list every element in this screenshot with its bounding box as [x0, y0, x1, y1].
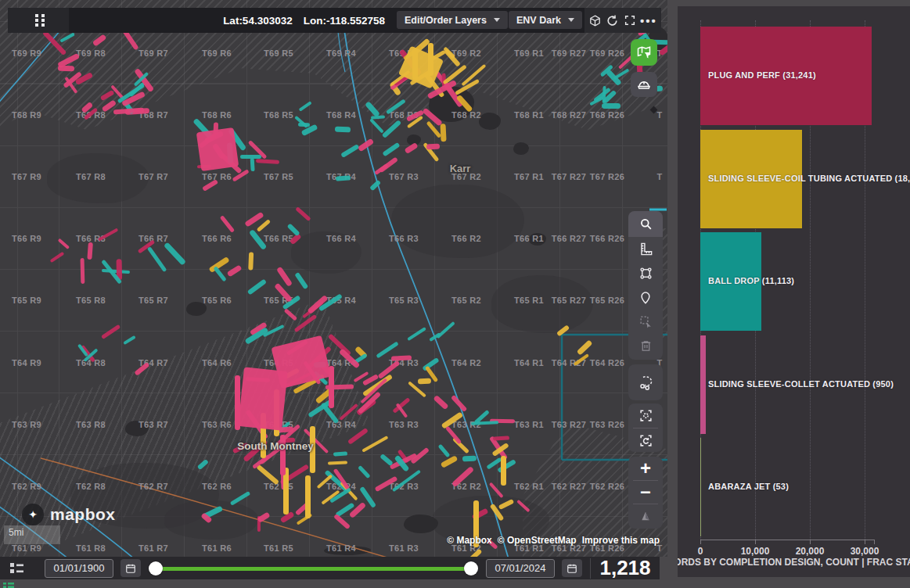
well-stick — [250, 158, 254, 171]
township-label: T66 R27 — [552, 234, 586, 243]
township-label: T61 R6 — [202, 543, 232, 553]
township-label: T68 R9 — [12, 110, 41, 120]
township-label: T65 R27 — [552, 296, 586, 305]
more-options-icon[interactable]: ••• — [640, 14, 657, 27]
township-label: T62 R9 — [12, 482, 41, 491]
township-label: T65 R6 — [202, 296, 232, 305]
map-extent-button-group — [628, 403, 663, 452]
township-label: T61 R9 — [12, 543, 41, 553]
township-label-partial: T — [656, 110, 662, 120]
compass-icon[interactable] — [628, 504, 663, 527]
township-label: T62 R5 — [264, 482, 293, 491]
basemap-dropdown[interactable]: ENV Dark — [509, 11, 582, 29]
zoom-out-button[interactable]: – — [628, 481, 663, 504]
well-stick — [58, 66, 74, 71]
attrib-mapbox-link[interactable]: © Mapbox — [447, 535, 492, 546]
fullscreen-icon[interactable] — [624, 14, 636, 27]
zoom-in-button[interactable]: + — [628, 457, 663, 480]
well-stick — [391, 355, 412, 360]
end-date-input[interactable] — [486, 559, 555, 578]
township-label: T66 R26 — [590, 234, 624, 243]
map-canvas[interactable]: T69 R9T69 R8T69 R7T69 R6T69 R5T69 R4T69 … — [0, 0, 667, 557]
cursor-coordinates: Lat:54.303032 Lon:-118.552758 — [223, 8, 385, 33]
mapbox-logo[interactable]: ✦ mapbox — [22, 504, 116, 525]
slider-handle-start[interactable] — [149, 561, 163, 575]
chart-bar-label: ABARAZA JET (53) — [708, 482, 789, 491]
township-label: T67 R26 — [590, 172, 624, 181]
x-axis-title-wrap: RECORDS BY COMPLETION DESIGN, COUNT | FR… — [678, 557, 910, 569]
legend-list-icon[interactable] — [9, 561, 24, 575]
x-axis-line — [700, 540, 874, 540]
township-label: T63 R26 — [590, 420, 624, 429]
legend-corner-icon[interactable] — [3, 583, 14, 588]
axis-tick-label: 0 — [698, 546, 703, 557]
township-label: T63 R9 — [12, 420, 41, 429]
attrib-osm-link[interactable]: © OpenStreetMap — [498, 535, 577, 546]
township-label: T67 R8 — [76, 172, 106, 181]
drop-pin-tool-button[interactable] — [628, 285, 663, 310]
township-label: T65 R7 — [138, 296, 168, 305]
attrib-improve-link[interactable]: Improve this map — [582, 535, 660, 546]
axis-tick-label: 20,000 — [796, 546, 825, 557]
chart-bar[interactable] — [700, 438, 701, 536]
lasso-select-button-group — [628, 364, 663, 400]
chart-bar[interactable] — [700, 335, 706, 434]
township-label: T63 R27 — [552, 420, 586, 429]
delete-tool-button[interactable] — [628, 334, 663, 358]
basemap-dropdown-label: ENV Dark — [516, 15, 561, 26]
township-label: T65 R3 — [389, 296, 419, 305]
start-date-input[interactable] — [45, 559, 113, 578]
measure-tool-button[interactable] — [628, 237, 663, 261]
chart-bar-label: SLIDING SLEEVE-COIL TUBING ACTUATED (18,… — [708, 174, 910, 183]
transform-select-tool-button[interactable] — [628, 310, 663, 334]
hard-hat-button[interactable] — [631, 72, 657, 97]
slider-handle-end[interactable] — [464, 561, 478, 575]
chevron-down-icon — [568, 18, 574, 22]
search-tool-button[interactable] — [628, 211, 663, 237]
draw-polygon-tool-button[interactable] — [628, 261, 663, 285]
map-filter-button-active[interactable] — [631, 39, 657, 66]
township-label: T62 R1 — [514, 482, 544, 491]
township-label: T66 R3 — [389, 234, 419, 243]
lasso-select-tool-button[interactable] — [628, 364, 663, 400]
township-label: T68 R5 — [264, 110, 293, 120]
township-label: T66 R4 — [326, 234, 356, 243]
well-pad-block — [196, 127, 239, 171]
place-label-south-montney: South Montney — [237, 440, 314, 452]
place-label-karr: Karr — [450, 163, 471, 174]
township-label: T68 R6 — [202, 110, 232, 120]
township-label: T67 R5 — [264, 172, 293, 181]
refresh-icon[interactable] — [606, 14, 619, 27]
township-label: T69 R2 — [451, 48, 481, 58]
3d-view-icon[interactable] — [588, 14, 602, 27]
mapbox-logo-icon: ✦ — [22, 504, 44, 525]
township-label: T63 R1 — [514, 420, 544, 429]
township-label: T66 R9 — [12, 234, 41, 243]
apps-grid-icon[interactable] — [34, 13, 47, 27]
township-label: T67 R7 — [138, 172, 168, 181]
township-label: T65 R2 — [451, 296, 481, 305]
township-label: T67 R27 — [552, 172, 586, 181]
township-label-partial: T — [656, 172, 662, 181]
edit-order-layers-dropdown[interactable]: Edit/Order Layers — [397, 11, 508, 29]
slider-track[interactable] — [150, 567, 477, 571]
completion-design-chart-panel: 010,00020,00030,000PLUG AND PERF (31,241… — [678, 6, 910, 577]
township-label: T65 R8 — [76, 296, 106, 305]
start-date-calendar-button[interactable] — [120, 559, 141, 577]
well-stick-vertical — [501, 456, 506, 486]
reset-rotation-button[interactable] — [628, 428, 663, 452]
end-date-calendar-button[interactable] — [562, 559, 582, 577]
chart-bar-label: PLUG AND PERF (31,241) — [708, 70, 816, 80]
well-stick — [441, 124, 447, 142]
map-top-bar: Lat:54.303032 Lon:-118.552758 Edit/Order… — [8, 8, 661, 33]
township-label: T68 R2 — [451, 110, 481, 120]
township-label: T63 R4 — [326, 420, 356, 429]
record-count: 1,218 — [591, 556, 660, 580]
well-stick — [426, 143, 441, 149]
township-label: T62 R8 — [76, 482, 106, 491]
township-label: T67 R9 — [12, 172, 41, 181]
chart-bar-label: BALL DROP (11,113) — [708, 276, 794, 285]
map-toolbar-main — [628, 211, 663, 360]
mapbox-wordmark: mapbox — [50, 505, 116, 524]
focus-extent-button[interactable] — [628, 403, 663, 428]
